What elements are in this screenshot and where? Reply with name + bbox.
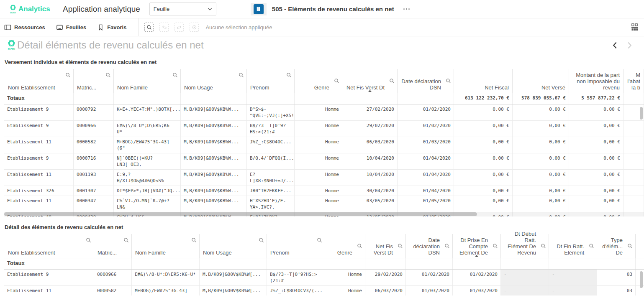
cell[interactable]: 29/02/2020: [342, 121, 398, 137]
cell[interactable]: 06/03/2020: [365, 286, 406, 295]
cell[interactable]: Homme: [295, 153, 342, 169]
cell[interactable]: JB0^TH7EKKFF...: [247, 186, 295, 196]
sheet-dropdown[interactable]: Feuille: [149, 3, 216, 15]
cell[interactable]: 0,00 €: [569, 196, 623, 212]
column-header[interactable]: Dt Prise En Compte Elément De: [453, 234, 501, 258]
cell[interactable]: 0000582: [74, 137, 114, 153]
cell[interactable]: M,B/K09]&O0V$KB%W...: [181, 170, 247, 186]
cell[interactable]: 10/04/2020: [342, 170, 398, 186]
cell[interactable]: E#&)\/8-U*;D\ER5;K6-U*: [114, 121, 181, 137]
more-options-icon[interactable]: [402, 7, 411, 11]
search-icon[interactable]: [105, 72, 111, 78]
cell[interactable]: M+BOG)/EW#75"3G-43]: [132, 286, 200, 295]
cell[interactable]: H'XSZHD'E)/E- YA>,IVC?,: [247, 196, 295, 212]
column-header[interactable]: Genre: [295, 69, 342, 93]
column-header[interactable]: Date déclaration DSN: [398, 69, 454, 93]
cell[interactable]: [623, 170, 644, 186]
cell[interactable]: M,B/K09]&O0V$KB%W...: [181, 121, 247, 137]
cell[interactable]: 01/04/2020: [398, 153, 454, 169]
cell[interactable]: -: [501, 270, 549, 285]
cell[interactable]: 10/04/2020: [342, 153, 398, 169]
cell[interactable]: 0,00 €: [569, 104, 623, 120]
cell[interactable]: Homme: [325, 286, 365, 295]
cell[interactable]: Homme: [295, 170, 342, 186]
cell[interactable]: 0,00 €: [454, 153, 513, 169]
search-icon[interactable]: [398, 243, 403, 249]
cell[interactable]: Etablissement 9: [4, 121, 74, 137]
cell[interactable]: 0000966: [74, 121, 114, 137]
cell[interactable]: Homme: [295, 137, 342, 153]
cell[interactable]: 0,00 €: [454, 170, 513, 186]
cell[interactable]: 0,00 €: [454, 121, 513, 137]
cell[interactable]: 0,00 €: [513, 121, 569, 137]
cell[interactable]: [623, 137, 644, 153]
cell[interactable]: 27/02/2020: [342, 104, 398, 120]
cell[interactable]: [623, 153, 644, 169]
cell[interactable]: 0,00 €: [513, 104, 569, 120]
cell[interactable]: 01/03/2020: [453, 286, 501, 295]
cell[interactable]: 0,00 €: [569, 153, 623, 169]
cell[interactable]: 01/02/2020: [406, 270, 453, 285]
horizontal-scrollbar-thumb[interactable]: [4, 212, 477, 216]
cell[interactable]: N]`0BEC((=KU? LN3[_OE3,: [114, 153, 181, 169]
cell[interactable]: 0000966: [94, 270, 132, 285]
cell[interactable]: 03/05/2020: [342, 196, 398, 212]
cell[interactable]: 0,00 €: [454, 196, 513, 212]
cell[interactable]: 29/02/2020: [365, 270, 406, 285]
cell[interactable]: B/Q.4/`DFQQ(I...: [247, 153, 295, 169]
cell[interactable]: 30/04/2020: [342, 186, 398, 196]
column-header[interactable]: Date déclaration DSN: [406, 234, 453, 258]
search-icon[interactable]: [123, 237, 129, 243]
cell[interactable]: M,B/K09]&O0V$KB%W...: [181, 196, 247, 212]
cell[interactable]: 01/04/2020: [398, 186, 454, 196]
search-icon[interactable]: [286, 72, 292, 78]
cell[interactable]: Homme: [295, 186, 342, 196]
cell[interactable]: D^S>$- ^QVE:=;VJ(:]+X5!: [247, 104, 295, 120]
search-icon[interactable]: [444, 243, 450, 249]
search-icon[interactable]: [493, 243, 498, 249]
cell[interactable]: M,B/K09]&O0V$KB%W...: [181, 153, 247, 169]
search-icon[interactable]: [446, 78, 451, 84]
cell[interactable]: Etablissement 11: [4, 137, 74, 153]
column-header[interactable]: Prenom: [247, 69, 295, 93]
cell[interactable]: [623, 121, 644, 137]
cell[interactable]: J%Z_:C$8O4OC...: [247, 137, 295, 153]
d2bi-analytics-logo[interactable]: D2BI Analytics: [8, 4, 40, 14]
cell[interactable]: E#&)\/8-U*;D\ER5;K6-U*: [132, 270, 200, 285]
cell[interactable]: 0000792: [74, 104, 114, 120]
column-header[interactable]: Matric...: [74, 69, 114, 93]
search-icon[interactable]: [334, 78, 339, 84]
cell[interactable]: 01/05/2020: [398, 196, 454, 212]
cell[interactable]: K+E+.YEC+T;M".)8QTX[...: [114, 104, 181, 120]
smart-search-icon[interactable]: [144, 23, 154, 32]
search-icon[interactable]: [172, 72, 178, 78]
cell[interactable]: Homme: [295, 196, 342, 212]
cell[interactable]: 01/02/2020: [398, 121, 454, 137]
chevron-right-icon[interactable]: [626, 41, 633, 50]
search-icon[interactable]: [627, 243, 633, 249]
search-icon[interactable]: [317, 237, 322, 243]
column-header[interactable]: M l'abat la b: [623, 69, 644, 93]
cell[interactable]: 0,00 €: [569, 170, 623, 186]
search-icon[interactable]: [589, 243, 594, 249]
cell[interactable]: Etablissement 9: [4, 153, 74, 169]
cell[interactable]: 01/03/2020: [406, 286, 453, 295]
sheet-icon[interactable]: [251, 3, 267, 15]
cell[interactable]: 0000582: [94, 286, 132, 295]
cell[interactable]: 0,00 €: [513, 170, 569, 186]
cell[interactable]: 0,00 €: [454, 137, 513, 153]
column-header[interactable]: Prenom: [267, 234, 325, 258]
sheets-button[interactable]: Feuilles: [56, 24, 86, 31]
search-icon[interactable]: [86, 237, 91, 243]
cell[interactable]: M,B/K09]&O0V$KB%W...: [181, 137, 247, 153]
cell[interactable]: 01/02/2020: [398, 104, 454, 120]
cell[interactable]: 0000347: [74, 196, 114, 212]
column-header[interactable]: Net Versé: [513, 69, 569, 93]
cell[interactable]: M,B/K09]&O0V$KB%W...: [181, 186, 247, 196]
cell[interactable]: Homme: [295, 104, 342, 120]
column-header[interactable]: Nom Famille: [114, 69, 181, 93]
cell[interactable]: M,B/K09]&O0V$KB%W[...: [200, 270, 267, 285]
horizontal-scrollbar[interactable]: [4, 212, 644, 216]
search-icon[interactable]: [357, 243, 362, 249]
cell[interactable]: B$/?3--T]0'9?HS:> (21:#: [267, 270, 325, 285]
